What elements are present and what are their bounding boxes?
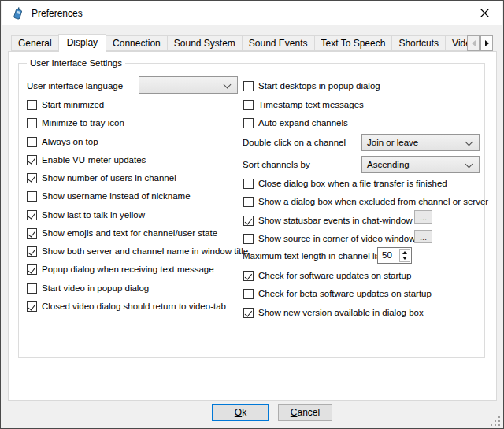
teamtalk-app-icon [12,7,24,20]
checkbox-label: Auto expand channels [258,118,348,128]
checkbox-label: Check for software updates on startup [258,271,411,281]
sort-channels-value: Ascending [367,160,410,169]
row-vu-meter: Enable VU-meter updates [27,154,146,166]
ok-button[interactable]: Ok [212,404,269,421]
checkbox[interactable] [27,173,37,183]
row-last-to-talk: Show last to talk in yellow [27,209,145,221]
close-icon [480,9,489,17]
tab-display[interactable]: Display [58,34,106,52]
sort-channels-combobox[interactable]: Ascending [361,156,480,173]
video-source-more-button[interactable]: ... [414,230,432,243]
tab-shortcuts[interactable]: Shortcuts [391,35,446,51]
cancel-button[interactable]: Cancel [278,404,332,421]
tab-sound-events[interactable]: Sound Events [242,35,315,51]
checkbox[interactable] [27,210,37,220]
checkbox[interactable] [243,179,254,189]
tab-connection[interactable]: Connection [106,35,168,51]
checkbox-label: Show username instead of nickname [42,191,191,202]
checkbox-label: Show emojis and text for channel/user st… [42,228,217,239]
checkbox[interactable] [243,100,254,110]
cancel-button-label: Cancel [291,407,320,418]
double-click-label: Double click on a channel [243,137,346,148]
titlebar[interactable]: Preferences [2,1,502,25]
row-check-updates: Check for software updates on startup [243,270,411,282]
checkbox[interactable] [243,308,254,318]
checkbox-label: Show a dialog box when excluded from cha… [258,197,488,207]
checkbox[interactable] [243,216,254,226]
checkbox[interactable] [27,264,37,275]
row-desktops-popup: Start desktops in popup dialog [243,80,380,92]
checkbox[interactable] [27,301,37,312]
row-video-source-corner: Show source in corner of video window [243,233,415,245]
spin-down-button[interactable] [400,256,410,262]
row-show-username: Show username instead of nickname [27,190,191,202]
row-closed-video: Closed video dialog should return to vid… [27,301,226,313]
row-close-file-transfer: Close dialog box when a file transfer is… [243,178,447,190]
checkbox-label: Always on top [42,137,98,147]
checkbox-label: Show number of users in channel [42,173,176,183]
row-auto-expand: Auto expand channels [243,117,348,129]
checkbox-label: Show statusbar events in chat-window [258,216,413,226]
checkbox[interactable] [27,246,37,257]
double-click-combobox[interactable]: Join or leave [361,134,480,151]
arrow-up-icon [402,251,407,254]
checkbox-label: Show both server and channel name in win… [42,246,248,257]
sort-channels-label: Sort channels by [243,159,310,170]
window-title: Preferences [32,8,83,19]
row-excluded-dialog: Show a dialog box when excluded from cha… [243,196,488,208]
spin-up-button[interactable] [400,250,410,256]
checkbox[interactable] [243,271,254,281]
tab-general[interactable]: General [11,35,59,51]
tab-scroll-left-button[interactable] [467,35,480,51]
checkbox[interactable] [27,191,37,202]
checkbox[interactable] [27,118,37,128]
row-show-emojis: Show emojis and text for channel/user st… [27,227,217,239]
checkbox-label: Minimize to tray icon [42,118,124,128]
row-popup-text-message: Popup dialog when receiving text message [27,264,214,276]
checkbox-label: Show last to talk in yellow [42,210,145,220]
checkbox-label: Close dialog box when a file transfer is… [258,179,447,189]
tab-text-to-speech[interactable]: Text To Speech [314,35,393,51]
row-show-user-count: Show number of users in channel [27,172,176,184]
checkbox[interactable] [27,283,37,294]
checkbox-label: Check for beta software updates on start… [258,289,432,299]
close-button[interactable] [467,1,502,25]
preferences-dialog: Preferences General Display Connection S… [0,0,504,429]
checkbox-label: Start minimized [42,100,104,110]
arrow-right-icon [485,40,489,46]
group-title: User Interface Settings [27,58,125,68]
row-minimize-to-tray: Minimize to tray icon [27,117,124,129]
language-label: User interface language [27,80,123,91]
row-window-title: Show both server and channel name in win… [27,246,248,257]
arrow-left-icon [472,40,476,46]
checkbox-label: Show new version available in dialog box [258,308,424,318]
checkbox[interactable] [243,234,254,244]
max-text-length-label: Maximum text length in channel list [243,250,384,261]
checkbox[interactable] [243,118,254,128]
language-combobox[interactable] [139,76,238,94]
checkbox[interactable] [27,155,37,165]
row-statusbar-events: Show statusbar events in chat-window [243,215,413,227]
checkbox[interactable] [243,81,254,91]
checkbox[interactable] [243,289,254,299]
resize-grip[interactable] [491,416,492,418]
checkbox-label: Start desktops in popup dialog [258,81,380,91]
checkbox-label: Show source in corner of video window [258,234,415,244]
row-start-minimized: Start minimized [27,99,104,111]
checkbox-label: Start video in popup dialog [42,283,149,294]
arrow-down-icon [402,257,407,260]
max-text-length-spinner[interactable]: 50 [377,247,412,264]
statusbar-events-more-button[interactable]: ... [414,210,432,224]
checkbox[interactable] [243,197,254,207]
row-video-popup: Start video in popup dialog [27,283,149,294]
chevron-down-icon [465,139,473,146]
checkbox[interactable] [27,100,37,110]
checkbox[interactable] [27,228,37,239]
row-check-beta-updates: Check for beta software updates on start… [243,288,432,300]
max-text-length-value: 50 [378,248,399,263]
tab-sound-system[interactable]: Sound System [167,35,243,51]
checkbox-label: Popup dialog when receiving text message [42,264,214,275]
checkbox[interactable] [27,137,37,147]
tab-scroll-right-button[interactable] [480,35,493,51]
checkbox-label: Enable VU-meter updates [42,155,146,165]
